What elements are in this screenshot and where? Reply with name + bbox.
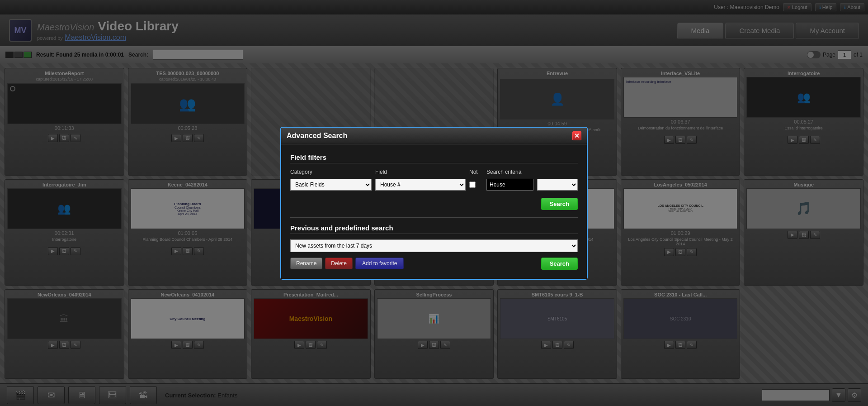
advanced-search-modal: Advanced Search ✕ Field filters Category… xyxy=(280,127,588,280)
field-select[interactable]: House # Title Description Date Duration xyxy=(375,179,466,191)
modal-overlay: Advanced Search ✕ Field filters Category… xyxy=(0,0,868,406)
rename-button[interactable]: Rename xyxy=(290,258,322,269)
search-criteria-input[interactable] xyxy=(486,179,533,191)
category-select[interactable]: Basic Fields Custom Fields Technical Fie… xyxy=(290,179,372,191)
add-to-favorite-button[interactable]: Add to favorite xyxy=(355,258,404,269)
col-category-label: Category xyxy=(290,169,372,175)
modal-title: Advanced Search xyxy=(287,132,347,140)
modal-body: Field filters Category Field Not Search … xyxy=(281,144,587,279)
search-button-1[interactable]: Search xyxy=(541,198,578,210)
field-filters-title: Field filters xyxy=(290,153,578,163)
modal-divider xyxy=(290,217,578,218)
predefined-row: New assets from the last 7 days New asse… xyxy=(290,239,578,252)
col-field-label: Field xyxy=(375,169,466,175)
col-search-criteria-label: Search criteria xyxy=(486,169,533,175)
col-not-label: Not xyxy=(469,169,483,175)
modal-header: Advanced Search ✕ xyxy=(281,128,587,144)
predefined-select[interactable]: New assets from the last 7 days New asse… xyxy=(290,239,578,252)
criteria-type-select[interactable]: Contains Equals xyxy=(537,179,578,191)
predefined-search-title: Previous and predefined search xyxy=(290,224,578,234)
modal-close-button[interactable]: ✕ xyxy=(572,131,581,140)
delete-button[interactable]: Delete xyxy=(325,258,353,269)
not-checkbox[interactable] xyxy=(469,182,476,188)
search-button-2[interactable]: Search xyxy=(541,258,578,270)
